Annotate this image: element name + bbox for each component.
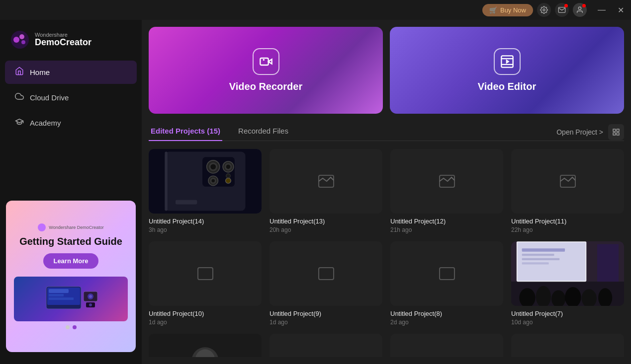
video-editor-label: Video Editor bbox=[478, 81, 536, 92]
sidebar-item-academy-label: Academy bbox=[30, 119, 61, 127]
main-content: Video Recorder Video Editor Edited Proje… bbox=[142, 20, 631, 364]
user-icon-button[interactable] bbox=[573, 3, 587, 17]
promo-logo: Wondershare DemoCreator bbox=[38, 223, 103, 231]
video-recorder-card[interactable]: Video Recorder bbox=[149, 27, 383, 114]
academy-icon bbox=[15, 117, 24, 129]
svg-rect-47 bbox=[440, 268, 454, 280]
cart-icon: 🛒 bbox=[489, 6, 497, 14]
projects-grid: Untitled Project(14) 3h ago Untitled Pro… bbox=[149, 149, 624, 357]
project-card-5[interactable]: Untitled Project(5) 12d ago bbox=[270, 334, 382, 357]
project-card-12[interactable]: Untitled Project(12) 21h ago bbox=[390, 149, 503, 233]
app-logo-icon bbox=[10, 30, 30, 50]
project-time-13: 20h ago bbox=[270, 226, 382, 233]
svg-rect-23 bbox=[617, 129, 619, 132]
project-thumb-5 bbox=[270, 334, 382, 357]
grid-toggle-button[interactable] bbox=[608, 124, 624, 140]
svg-point-39 bbox=[226, 178, 231, 184]
project-thumb-14 bbox=[149, 149, 262, 214]
project-name-12: Untitled Project(12) bbox=[390, 218, 503, 225]
project-thumb-6 bbox=[149, 334, 262, 357]
user-badge bbox=[582, 4, 586, 7]
settings-icon-button[interactable] bbox=[537, 3, 551, 17]
promo-dot-2 bbox=[73, 325, 77, 329]
svg-rect-41 bbox=[176, 200, 197, 205]
svg-point-4 bbox=[19, 34, 24, 39]
tabs-row: Edited Projects (15) Recorded Files Open… bbox=[149, 124, 624, 141]
project-card-13[interactable]: Untitled Project(13) 20h ago bbox=[270, 149, 382, 233]
project-thumb-11 bbox=[511, 149, 624, 214]
notification-icon-button[interactable] bbox=[555, 3, 569, 17]
hero-cards: Video Recorder Video Editor bbox=[149, 27, 624, 114]
promo-logo-text: Wondershare DemoCreator bbox=[49, 225, 103, 230]
svg-rect-10 bbox=[49, 297, 74, 300]
svg-point-13 bbox=[89, 295, 92, 298]
svg-rect-46 bbox=[319, 268, 334, 280]
project-card-14[interactable]: Untitled Project(14) 3h ago bbox=[149, 149, 262, 233]
home-icon bbox=[15, 67, 24, 78]
sidebar-item-home-label: Home bbox=[30, 68, 50, 76]
project-thumb-13 bbox=[270, 149, 382, 214]
svg-point-1 bbox=[578, 7, 581, 9]
promo-title: Getting Started Guide bbox=[19, 235, 122, 247]
svg-rect-52 bbox=[518, 242, 585, 281]
project-card-6[interactable]: Untitled Project(6) 11d ago bbox=[149, 334, 262, 357]
minimize-button[interactable]: — bbox=[595, 4, 609, 16]
svg-rect-55 bbox=[522, 258, 560, 260]
svg-rect-9 bbox=[49, 294, 64, 296]
promo-learn-more-button[interactable]: Learn More bbox=[43, 253, 98, 269]
project-name-8: Untitled Project(8) bbox=[390, 310, 503, 317]
project-card-10[interactable]: Untitled Project(10) 1d ago bbox=[149, 241, 262, 326]
video-editor-card[interactable]: Video Editor bbox=[390, 27, 624, 114]
project-card-9[interactable]: Untitled Project(9) 1d ago bbox=[270, 241, 382, 326]
promo-logo-dot bbox=[38, 223, 46, 231]
video-recorder-icon bbox=[253, 48, 279, 75]
project-name-13: Untitled Project(13) bbox=[270, 218, 382, 225]
svg-point-17 bbox=[263, 59, 265, 61]
project-thumb-10 bbox=[149, 241, 262, 306]
project-thumb-7 bbox=[511, 241, 624, 306]
titlebar: 🛒 Buy Now — ✕ bbox=[0, 0, 631, 20]
svg-point-38 bbox=[226, 174, 231, 178]
project-time-11: 22h ago bbox=[511, 226, 624, 233]
open-project-button[interactable]: Open Project > bbox=[556, 128, 603, 136]
svg-rect-16 bbox=[260, 58, 268, 65]
project-time-9: 1d ago bbox=[270, 319, 382, 326]
sidebar-item-academy[interactable]: Academy bbox=[5, 111, 137, 135]
promo-image bbox=[14, 277, 128, 321]
project-card-3[interactable]: Untitled Project(3) 14d ago bbox=[511, 334, 624, 357]
project-card-4[interactable]: Untitled Project(4) 13d ago bbox=[390, 334, 503, 357]
project-card-11[interactable]: Untitled Project(11) 22h ago bbox=[511, 149, 624, 233]
svg-rect-25 bbox=[617, 133, 619, 135]
notification-badge bbox=[564, 4, 568, 7]
project-name-14: Untitled Project(14) bbox=[149, 218, 262, 225]
tab-recorded-files[interactable]: Recorded Files bbox=[236, 124, 290, 141]
buy-now-button[interactable]: 🛒 Buy Now bbox=[482, 4, 533, 16]
logo-area: Wondershare DemoCreator bbox=[0, 26, 142, 60]
window-controls: — ✕ bbox=[595, 4, 627, 16]
project-time-14: 3h ago bbox=[149, 226, 262, 233]
project-card-7[interactable]: Untitled Project(7) 10d ago bbox=[511, 241, 624, 326]
video-recorder-label: Video Recorder bbox=[229, 81, 302, 92]
project-thumb-4 bbox=[390, 334, 503, 357]
sidebar: Wondershare DemoCreator Home Cloud Drive bbox=[0, 20, 142, 364]
project-thumb-3 bbox=[511, 334, 624, 357]
promo-dot-1 bbox=[66, 325, 70, 329]
logo-bottom-text: DemoCreator bbox=[35, 38, 91, 48]
svg-point-0 bbox=[543, 9, 545, 11]
svg-point-5 bbox=[21, 40, 25, 44]
tab-edited-projects[interactable]: Edited Projects (15) bbox=[149, 124, 222, 141]
close-button[interactable]: ✕ bbox=[615, 4, 627, 16]
project-card-8[interactable]: Untitled Project(8) 2d ago bbox=[390, 241, 503, 326]
svg-rect-24 bbox=[613, 133, 616, 135]
cloud-drive-icon bbox=[15, 92, 24, 103]
svg-rect-56 bbox=[522, 262, 549, 264]
project-thumb-12 bbox=[390, 149, 503, 214]
project-time-10: 1d ago bbox=[149, 319, 262, 326]
sidebar-item-home[interactable]: Home bbox=[5, 61, 137, 84]
sidebar-item-cloud-drive[interactable]: Cloud Drive bbox=[5, 86, 137, 109]
project-name-10: Untitled Project(10) bbox=[149, 310, 262, 317]
project-name-11: Untitled Project(11) bbox=[511, 218, 624, 225]
sidebar-item-cloud-drive-label: Cloud Drive bbox=[30, 93, 69, 102]
app-body: Wondershare DemoCreator Home Cloud Drive bbox=[0, 20, 631, 364]
svg-rect-53 bbox=[522, 248, 565, 251]
